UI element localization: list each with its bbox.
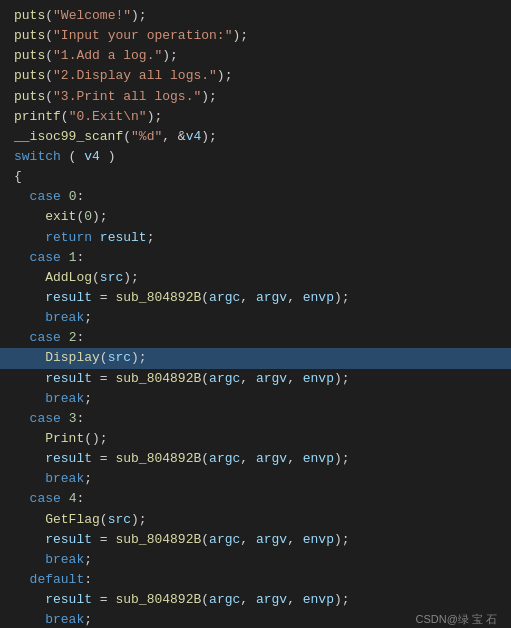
code-line-21: case 3: — [0, 409, 511, 429]
code-line-12: return result; — [0, 228, 511, 248]
kw-break-1: break — [45, 308, 84, 328]
kw-default: default — [30, 570, 85, 590]
kw-case-4: case — [30, 489, 61, 509]
fn-sub-3: sub_804892B — [115, 449, 201, 469]
fn-scanf: __isoc99_scanf — [14, 127, 123, 147]
fn-sub-1: sub_804892B — [115, 288, 201, 308]
code-line-26: GetFlag(src); — [0, 510, 511, 530]
fn-puts-5: puts — [14, 87, 45, 107]
code-line-24: break; — [0, 469, 511, 489]
code-line-18: Display(src); — [0, 348, 511, 368]
code-container: puts("Welcome!"); puts("Input your opera… — [0, 0, 511, 628]
kw-break-3: break — [45, 469, 84, 489]
code-line-28: break; — [0, 550, 511, 570]
watermark: CSDN@绿 宝 石 — [416, 611, 497, 628]
fn-sub-2: sub_804892B — [115, 369, 201, 389]
code-line-8: switch ( v4 ) — [0, 147, 511, 167]
fn-sub-5: sub_804892B — [115, 590, 201, 610]
code-line-14: AddLog(src); — [0, 268, 511, 288]
fn-addlog: AddLog — [45, 268, 92, 288]
code-line-4: puts("2.Display all logs."); — [0, 66, 511, 86]
code-line-3: puts("1.Add a log."); — [0, 46, 511, 66]
kw-break-5: break — [45, 610, 84, 628]
code-line-1: puts("Welcome!"); — [0, 6, 511, 26]
kw-break-4: break — [45, 550, 84, 570]
code-line-27: result = sub_804892B(argc, argv, envp); — [0, 530, 511, 550]
code-line-15: result = sub_804892B(argc, argv, envp); — [0, 288, 511, 308]
kw-case-1: case — [30, 248, 61, 268]
fn-display: Display — [45, 348, 100, 368]
kw-break-2: break — [45, 389, 84, 409]
fn-puts-2: puts — [14, 26, 45, 46]
code-line-23: result = sub_804892B(argc, argv, envp); — [0, 449, 511, 469]
code-line-9: { — [0, 167, 511, 187]
kw-case-0: case — [30, 187, 61, 207]
code-line-2: puts("Input your operation:"); — [0, 26, 511, 46]
code-line-19: result = sub_804892B(argc, argv, envp); — [0, 369, 511, 389]
code-line-20: break; — [0, 389, 511, 409]
code-line-30: result = sub_804892B(argc, argv, envp); — [0, 590, 511, 610]
code-line-10: case 0: — [0, 187, 511, 207]
fn-puts-3: puts — [14, 46, 45, 66]
fn-getflag: GetFlag — [45, 510, 100, 530]
code-line-11: exit(0); — [0, 207, 511, 227]
kw-case-2: case — [30, 328, 61, 348]
code-line-29: default: — [0, 570, 511, 590]
code-line-6: printf("0.Exit\n"); — [0, 107, 511, 127]
code-line-7: __isoc99_scanf("%d", &v4); — [0, 127, 511, 147]
code-line-13: case 1: — [0, 248, 511, 268]
kw-switch: switch — [14, 147, 61, 167]
fn-print: Print — [45, 429, 84, 449]
fn-exit: exit — [45, 207, 76, 227]
code-line-25: case 4: — [0, 489, 511, 509]
fn-printf: printf — [14, 107, 61, 127]
kw-case-3: case — [30, 409, 61, 429]
kw-return: return — [45, 228, 92, 248]
code-line-5: puts("3.Print all logs."); — [0, 87, 511, 107]
fn-puts-4: puts — [14, 66, 45, 86]
fn-puts-1: puts — [14, 6, 45, 26]
code-line-17: case 2: — [0, 328, 511, 348]
code-line-22: Print(); — [0, 429, 511, 449]
fn-sub-4: sub_804892B — [115, 530, 201, 550]
code-line-16: break; — [0, 308, 511, 328]
